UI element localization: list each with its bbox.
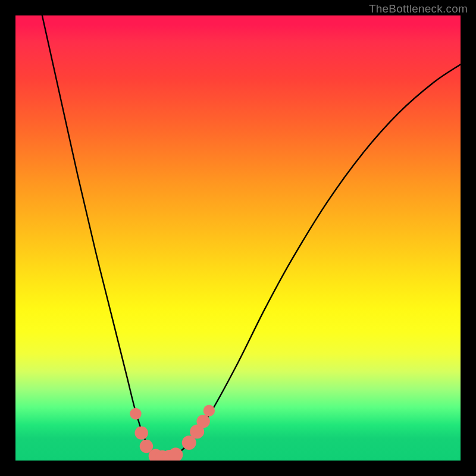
curve-marker [130, 408, 141, 419]
curve-markers [130, 405, 215, 461]
curve-marker [134, 426, 148, 439]
curve-marker [203, 405, 215, 416]
watermark-text: TheBottleneck.com [369, 2, 468, 15]
chart-plot-area [15, 15, 461, 461]
chart-frame: TheBottleneck.com [0, 0, 476, 476]
chart-svg [15, 15, 461, 461]
curve-marker [196, 415, 209, 428]
bottleneck-curve [42, 15, 461, 458]
curve-marker [168, 447, 183, 461]
